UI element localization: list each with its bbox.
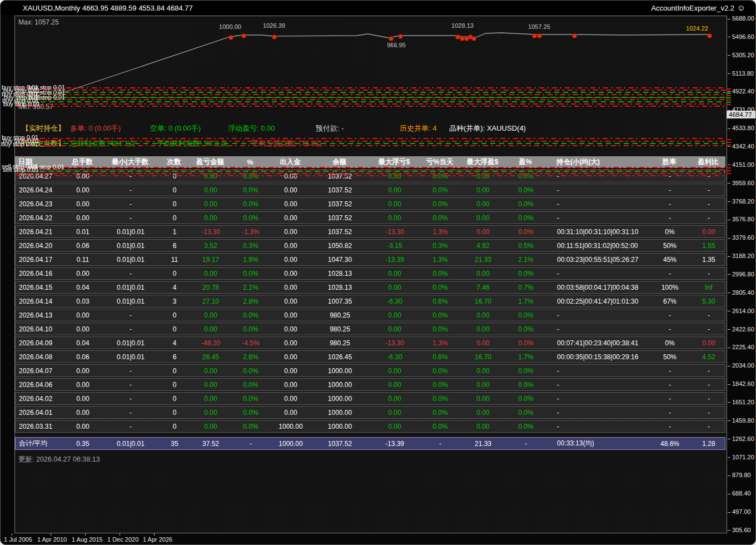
- trade-marker-dot: [537, 33, 542, 38]
- table-cell: -: [546, 395, 648, 403]
- table-cell: 50%: [648, 353, 692, 361]
- table-cell: 0.0%: [506, 395, 546, 403]
- table-cell: 0.00: [460, 423, 506, 430]
- table-cell: 0.00: [271, 298, 311, 305]
- order-level-axis-mark: [727, 97, 731, 98]
- price-axis-label: 3379.60: [732, 234, 754, 241]
- pending-order-line-red: [15, 175, 725, 176]
- table-cell: 3: [158, 298, 191, 305]
- table-cell: 0.00: [460, 325, 506, 333]
- table-cell: -13.30: [191, 228, 231, 236]
- table-cell: 0.00: [271, 353, 311, 361]
- table-cell: 0.00: [63, 311, 103, 319]
- table-cell: 0.0%: [506, 270, 546, 278]
- table-cell: 35: [158, 440, 191, 448]
- table-cell: 5.30: [692, 298, 726, 305]
- table-cell: 0: [158, 395, 191, 403]
- table-cell: 0.00: [271, 228, 311, 236]
- table-cell: 7.46: [460, 284, 506, 291]
- table-cell: -: [103, 311, 158, 319]
- table-cell: 0: [158, 186, 191, 194]
- table-cell: -13.39: [369, 256, 420, 264]
- price-axis-tick: [728, 146, 730, 147]
- table-cell: -: [648, 214, 692, 222]
- sell-stop-order-label: sell stop 0.01: [28, 164, 64, 170]
- buy-stop-order-label: buy stop 0.01: [28, 94, 65, 101]
- table-row: 2026.04.060.00-00.000.0%0.001000.000.000…: [15, 378, 725, 391]
- price-axis-tick: [728, 366, 730, 366]
- table-cell: 0.00: [191, 423, 231, 430]
- table-cell: -: [692, 311, 726, 319]
- table-cell: 0.00: [460, 214, 506, 222]
- table-cell: Inf: [692, 284, 726, 291]
- table-row: 2026.04.210.010.01|0.011-13.30-1.3%0.001…: [15, 225, 725, 238]
- table-cell: 2026.04.23: [16, 200, 63, 208]
- trade-marker-dot: [241, 33, 246, 38]
- time-axis-label: 1 Jul 2005: [4, 536, 32, 543]
- realtime-position-line: 【实时持仓】 多单: 0 (0.00手) 空单: 0 (0.00手) 浮动盈亏:…: [15, 123, 725, 132]
- table-cell: 0.0%: [231, 325, 271, 333]
- table-cell: 0.00: [271, 381, 311, 389]
- table-cell: 0.0%: [420, 367, 460, 375]
- table-cell: 4: [158, 339, 191, 347]
- order-level-axis-mark: [727, 102, 731, 103]
- pending-order-line-red: [15, 87, 725, 88]
- pending-order-line-red: [15, 94, 725, 95]
- time-axis[interactable]: 1 Jul 20051 Apr 20101 Aug 20151 Dec 2020…: [1, 533, 725, 545]
- table-cell: 20.78: [191, 284, 231, 291]
- table-cell: 0.01|0.01: [103, 284, 158, 291]
- price-axis[interactable]: 5688.005496.605305.205113.804922.404731.…: [725, 1, 756, 545]
- mt4-window: XAUUSD,Monthly 4663.95 4889.59 4553.84 4…: [0, 0, 756, 545]
- table-cell: 0.00: [369, 311, 420, 319]
- table-cell: 1037.52: [311, 214, 369, 222]
- table-cell: 0.00: [271, 409, 311, 417]
- table-cell: 0.04: [63, 339, 103, 347]
- table-cell: 0.01|0.01: [103, 256, 158, 264]
- table-cell: 0.00: [369, 200, 420, 208]
- balance-point-label: 966.95: [387, 42, 406, 48]
- price-axis-tick: [728, 220, 730, 220]
- table-cell: 1000.00: [271, 423, 311, 430]
- table-cell: 980.25: [311, 339, 369, 347]
- table-cell: -46.20: [191, 339, 231, 347]
- update-timestamp: 更新: 2026.04.27 06:38:13: [18, 455, 100, 464]
- table-cell: 0.00: [369, 381, 420, 389]
- table-cell: 0.0%: [420, 409, 460, 417]
- table-cell: 00:33:13(均): [546, 439, 648, 448]
- table-cell: 0.00: [63, 423, 103, 430]
- table-cell: -: [103, 367, 158, 375]
- table-row: 2026.04.200.060.01|0.0163.520.3%0.001050…: [15, 239, 725, 252]
- chart-plot-area[interactable]: 1000.001026.39966.951028.131057.251024.2…: [14, 16, 727, 533]
- table-cell: -: [692, 381, 726, 389]
- price-axis-label: 2225.40: [732, 344, 754, 350]
- table-row: 2026.04.130.00-00.000.0%0.00980.250.000.…: [15, 309, 725, 321]
- table-cell: 0.0%: [420, 311, 460, 319]
- table-cell: 0.01|0.01: [103, 339, 158, 347]
- order-level-axis-mark: [727, 145, 731, 146]
- table-cell: 1.9%: [231, 256, 271, 264]
- table-cell: 0.0%: [420, 200, 460, 208]
- table-cell: 0.11: [63, 256, 103, 264]
- order-level-axis-mark: [727, 139, 731, 140]
- table-cell: -: [546, 311, 648, 319]
- table-row: 2026.04.010.00-00.000.0%0.001000.000.000…: [15, 406, 725, 419]
- table-cell: -: [546, 186, 648, 194]
- price-axis-label: 2805.40: [732, 289, 754, 296]
- table-cell: -: [420, 440, 460, 448]
- table-cell: -: [546, 367, 648, 375]
- table-cell: 0.00: [191, 214, 231, 222]
- table-header-row: 日期总手数最小|大手数次数盈亏金额%出入金余额最大浮亏$亏%当天最大浮盈$盈%持…: [15, 156, 725, 168]
- table-cell: -: [648, 367, 692, 375]
- table-cell: 980.25: [311, 325, 369, 333]
- trade-marker-dot: [389, 36, 394, 41]
- table-cell: 0.0%: [506, 311, 546, 319]
- table-cell: -3.15: [369, 242, 420, 250]
- table-cell: 0.0%: [506, 423, 546, 430]
- table-cell: -13.30: [369, 228, 420, 236]
- table-cell: 0.00: [191, 409, 231, 417]
- price-axis-label: 1651.20: [732, 399, 754, 405]
- price-axis-tick: [728, 494, 730, 494]
- table-cell: 0.01|0.01: [103, 353, 158, 361]
- pending-order-line-green: [15, 97, 725, 98]
- table-cell: 1037.52: [311, 228, 369, 236]
